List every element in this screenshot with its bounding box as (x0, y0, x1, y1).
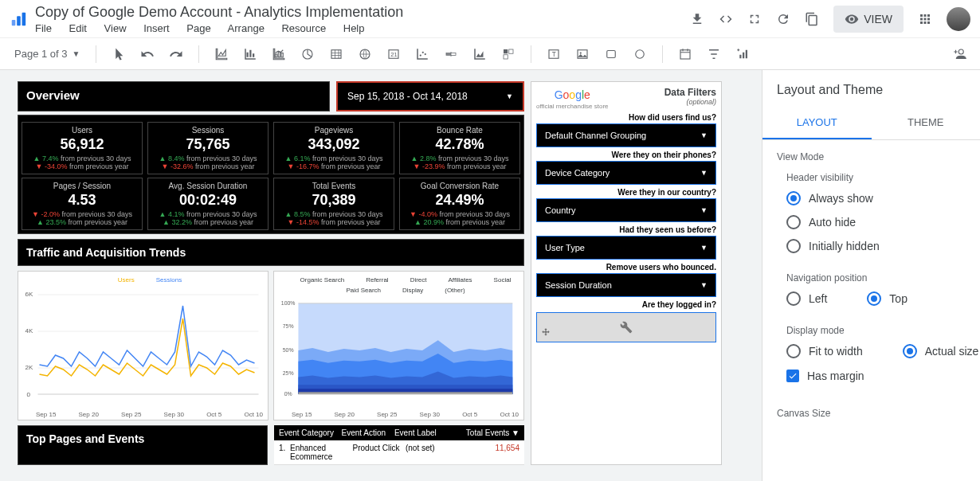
checkbox-has-margin[interactable]: Has margin (762, 363, 980, 387)
undo-icon[interactable] (140, 47, 155, 61)
geo-map-icon[interactable] (358, 47, 372, 61)
filter-question: How did users find us? (536, 113, 716, 122)
filter-question: Are they logged in? (536, 300, 716, 309)
menu-edit[interactable]: Edit (69, 22, 87, 34)
view-button[interactable]: VIEW (833, 6, 904, 33)
svg-text:21: 21 (391, 51, 398, 58)
svg-point-19 (580, 52, 582, 53)
bar-chart-icon[interactable] (243, 47, 257, 61)
svg-rect-24 (743, 52, 744, 58)
radio-always-show[interactable]: Always show (762, 186, 980, 210)
rectangle-icon[interactable] (604, 47, 618, 61)
page-selector-label: Page 1 of 3 (14, 48, 68, 60)
pointer-icon[interactable] (112, 47, 126, 61)
section-view-mode: View Mode (762, 140, 980, 166)
menu-help[interactable]: Help (343, 22, 365, 34)
store-subtitle: official merchandise store (536, 103, 609, 110)
scatter-chart-icon[interactable] (415, 47, 429, 61)
filter-dropdown[interactable]: Default Channel Grouping▼ (536, 123, 716, 147)
menu-view[interactable]: View (104, 22, 127, 34)
text-icon[interactable]: T (547, 47, 561, 61)
chart-users-sessions[interactable]: UsersSessions 6K4K2K0 Sep 15Sep 20Sep 25… (18, 271, 269, 420)
eye-icon (845, 12, 859, 26)
document-title[interactable]: Copy of Google Demo Account - Analytics … (35, 4, 690, 21)
section-header-visibility: Header visibility (762, 166, 980, 186)
combo-chart-icon[interactable] (272, 47, 286, 61)
date-range-picker[interactable]: Sep 15, 2018 - Oct 14, 2018 ▼ (336, 81, 524, 111)
line-chart-icon[interactable] (214, 47, 229, 61)
kpi-card[interactable]: Total Events70,389 ▲ 8.5% from previous … (273, 178, 394, 230)
copy-icon[interactable] (805, 12, 819, 26)
filter-placeholder[interactable] (536, 312, 716, 342)
event-table-header: Event Category Event Action Event Label … (274, 425, 524, 440)
svg-point-10 (425, 53, 426, 54)
date-range-icon[interactable] (678, 47, 692, 61)
page-selector[interactable]: Page 1 of 3 ▼ (8, 45, 86, 63)
image-icon[interactable] (575, 47, 590, 61)
move-icon[interactable] (540, 327, 551, 338)
filter-dropdown[interactable]: Device Category▼ (536, 161, 716, 185)
bullet-chart-icon[interactable] (444, 47, 458, 61)
tab-layout[interactable]: LAYOUT (762, 107, 872, 139)
svg-rect-4 (331, 49, 341, 58)
kpi-card[interactable]: Bounce Rate42.78% ▲ 2.8% from previous 3… (399, 122, 520, 174)
menu-arrange[interactable]: Arrange (228, 22, 265, 34)
embed-icon[interactable] (719, 12, 733, 26)
filter-dropdown[interactable]: Session Duration▼ (536, 273, 716, 297)
kpi-card[interactable]: Pages / Session4.53 ▼ -2.0% from previou… (22, 178, 143, 230)
filter-dropdown[interactable]: User Type▼ (536, 236, 716, 260)
filter-question: Were they on their phones? (536, 151, 716, 159)
scorecard-icon[interactable]: 21 (386, 47, 401, 61)
svg-rect-22 (680, 49, 690, 58)
filters-title: Data Filters (664, 87, 716, 98)
radio-nav-top[interactable]: Top (867, 291, 907, 306)
kpi-card[interactable]: Avg. Session Duration00:02:49 ▲ 4.1% fro… (147, 178, 269, 230)
menu-page[interactable]: Page (186, 22, 210, 34)
menu-insert[interactable]: Insert (143, 22, 170, 34)
radio-actual-size[interactable]: Actual size (903, 344, 979, 358)
radio-initially-hidden[interactable]: Initially hidden (762, 234, 980, 258)
circle-icon[interactable] (633, 47, 647, 61)
fullscreen-icon[interactable] (747, 12, 762, 26)
pivot-table-icon[interactable] (501, 47, 515, 61)
filter-dropdown[interactable]: Country▼ (536, 198, 716, 222)
data-control-icon[interactable] (735, 47, 750, 61)
download-icon[interactable] (690, 12, 704, 26)
kpi-card[interactable]: Users56,912 ▲ 7.4% from previous 30 days… (22, 122, 143, 174)
traffic-title: Traffic and Acquisition Trends (18, 239, 524, 266)
svg-point-26 (958, 49, 963, 54)
area-chart-icon[interactable] (472, 47, 487, 61)
user-avatar[interactable] (947, 7, 970, 31)
table-icon[interactable] (329, 47, 343, 61)
report-canvas[interactable]: Overview Sep 15, 2018 - Oct 14, 2018 ▼ U… (0, 70, 762, 481)
event-table-row[interactable]: 1. Enhanced Ecommerce Product Click (not… (274, 440, 524, 465)
apps-icon[interactable] (918, 12, 932, 26)
pie-chart-icon[interactable] (300, 47, 315, 61)
svg-text:6K: 6K (25, 291, 33, 298)
section-display-mode: Display mode (762, 319, 980, 339)
chart-channels[interactable]: Organic SearchReferralDirectAffiliates S… (273, 271, 524, 420)
toolbar: Page 1 of 3 ▼ 21 T (0, 38, 980, 70)
svg-rect-23 (740, 54, 742, 58)
radio-auto-hide[interactable]: Auto hide (762, 210, 980, 234)
add-people-icon[interactable] (952, 47, 966, 61)
kpi-card[interactable]: Sessions75,765 ▲ 8.4% from previous 30 d… (147, 122, 269, 174)
dropdown-icon: ▼ (506, 92, 513, 100)
app-header: Copy of Google Demo Account - Analytics … (0, 0, 980, 38)
radio-fit-width[interactable]: Fit to width (786, 344, 863, 358)
menu-resource[interactable]: Resource (281, 22, 326, 34)
filter-icon[interactable] (707, 47, 721, 61)
kpi-card[interactable]: Goal Conversion Rate24.49% ▼ -4.0% from … (399, 178, 520, 230)
radio-nav-left[interactable]: Left (786, 291, 827, 306)
svg-point-9 (422, 51, 424, 53)
svg-rect-0 (12, 19, 16, 25)
svg-rect-1 (17, 16, 21, 25)
menu-file[interactable]: File (35, 22, 52, 34)
svg-point-21 (636, 49, 645, 58)
tab-theme[interactable]: THEME (872, 107, 981, 139)
refresh-icon[interactable] (776, 12, 790, 26)
kpi-card[interactable]: Pageviews343,092 ▲ 6.1% from previous 30… (273, 122, 394, 174)
redo-icon[interactable] (169, 47, 183, 61)
date-range-label: Sep 15, 2018 - Oct 14, 2018 (347, 91, 468, 102)
filter-question: Were they in our country? (536, 188, 716, 197)
